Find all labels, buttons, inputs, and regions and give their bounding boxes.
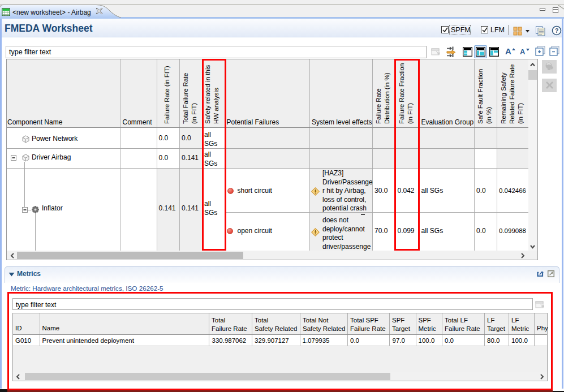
svg-text:?: ? — [555, 27, 559, 34]
